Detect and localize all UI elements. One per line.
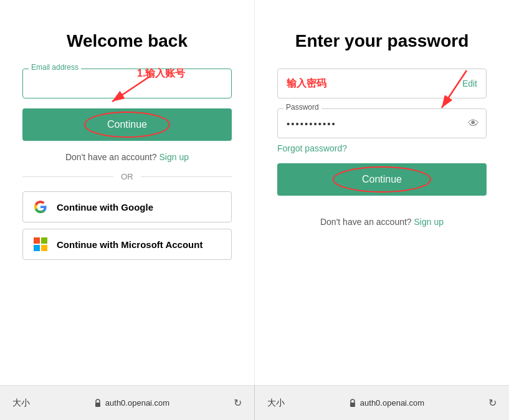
refresh-icon-right[interactable]: ↻ (488, 397, 497, 409)
google-btn-label: Continue with Google (57, 202, 153, 212)
signup-text-right: Don't have an account? Sign up (320, 217, 444, 227)
microsoft-btn-label: Continue with Microsoft Account (57, 239, 202, 250)
refresh-icon-left[interactable]: ↻ (234, 397, 242, 409)
email-label: Email address (29, 63, 81, 72)
continue-button-left[interactable]: Continue (22, 108, 232, 141)
domain-right: auth0.openai.com (360, 398, 424, 408)
signup-link-right[interactable]: Sign up (414, 217, 444, 227)
divider-left: OR (22, 172, 232, 181)
email-display-value: 输入密码 (287, 77, 326, 90)
divider-line-1 (22, 176, 113, 177)
bottom-panel-right: 大小 auth0.openai.com ↻ (254, 385, 509, 420)
eye-icon[interactable]: 👁 (468, 117, 479, 130)
bottom-size-right: 大小 (267, 398, 285, 409)
left-panel-title: Welcome back (22, 31, 232, 51)
svg-rect-6 (95, 403, 100, 407)
continue-btn-wrapper: Continue (22, 108, 232, 152)
continue-btn-wrapper-right: Continue (277, 163, 487, 207)
password-input-wrapper: 👁 (277, 108, 487, 138)
signup-link-left[interactable]: Sign up (159, 152, 189, 162)
right-panel: Enter your password 输入密码 Edit Password 👁… (254, 0, 509, 385)
domain-left: auth0.openai.com (105, 398, 169, 408)
forgot-password-link[interactable]: Forgot password? (277, 143, 487, 153)
lock-domain-left: auth0.openai.com (94, 398, 169, 408)
bottom-bar: 大小 auth0.openai.com ↻ 大小 auth0.openai.co… (0, 385, 509, 420)
left-panel: Welcome back Email address 1.输入账号 Contin… (0, 0, 254, 385)
svg-rect-7 (350, 403, 355, 407)
email-input[interactable] (22, 69, 232, 98)
lock-domain-right: auth0.openai.com (349, 398, 424, 408)
right-panel-title: Enter your password (277, 31, 487, 51)
google-signin-button[interactable]: Continue with Google (22, 191, 232, 222)
password-input[interactable] (277, 108, 487, 138)
edit-link[interactable]: Edit (462, 79, 477, 88)
continue-button-right[interactable]: Continue (277, 163, 487, 196)
password-form-group: Password 👁 (277, 108, 487, 138)
microsoft-signin-button[interactable]: Continue with Microsoft Account (22, 229, 232, 260)
email-form-group: Email address (22, 69, 232, 98)
divider-line-2 (141, 176, 232, 177)
microsoft-icon (33, 237, 48, 252)
bottom-panel-left: 大小 auth0.openai.com ↻ (0, 385, 254, 420)
lock-icon-right (349, 399, 356, 408)
lock-icon-left (94, 399, 102, 408)
divider-text: OR (121, 172, 133, 181)
password-label: Password (283, 103, 321, 112)
email-display-bar: 输入密码 Edit (277, 69, 487, 98)
signup-text-left: Don't have an account? Sign up (65, 152, 189, 162)
google-icon (33, 199, 48, 214)
bottom-size-left: 大小 (12, 398, 30, 409)
